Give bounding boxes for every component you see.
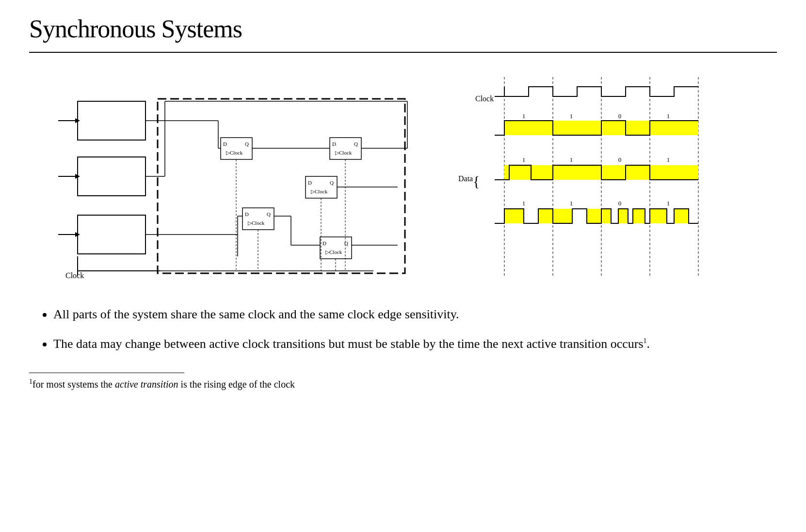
bullet-2-sup: 1 — [644, 337, 647, 344]
svg-text:D: D — [332, 141, 336, 147]
svg-rect-93 — [650, 209, 667, 223]
svg-rect-0 — [78, 101, 145, 140]
svg-text:{: { — [473, 173, 480, 189]
svg-rect-3 — [78, 157, 145, 196]
svg-text:1: 1 — [570, 112, 573, 120]
footnote-text1: for most systems the — [32, 379, 115, 390]
bullet-list: All parts of the system share the same c… — [39, 305, 777, 353]
footnote-text2: is the rising edge of the clock — [178, 379, 295, 390]
svg-rect-79 — [553, 165, 601, 180]
svg-rect-78 — [504, 165, 553, 180]
svg-text:1: 1 — [522, 156, 526, 163]
footnote: 1for most systems the active transition … — [29, 378, 777, 390]
svg-rect-69 — [553, 121, 601, 135]
bullet-1: All parts of the system share the same c… — [53, 305, 732, 324]
title-divider — [29, 52, 777, 53]
svg-text:▷Clock: ▷Clock — [248, 220, 265, 226]
svg-text:Q: Q — [267, 211, 271, 217]
svg-rect-86 — [504, 209, 524, 223]
svg-rect-88 — [553, 209, 572, 223]
svg-text:1: 1 — [522, 112, 526, 120]
svg-rect-89 — [587, 209, 601, 223]
footnote-divider — [29, 373, 184, 373]
svg-text:Q: Q — [245, 141, 249, 147]
svg-text:D: D — [245, 211, 249, 217]
footnote-em: active transition — [115, 379, 178, 390]
svg-text:1: 1 — [667, 112, 670, 120]
svg-text:Q: Q — [354, 141, 358, 147]
svg-text:▷Clock: ▷Clock — [311, 188, 328, 194]
svg-rect-68 — [504, 121, 553, 135]
svg-text:0: 0 — [618, 156, 622, 163]
svg-text:0: 0 — [618, 112, 622, 120]
svg-text:▷Clock: ▷Clock — [335, 150, 352, 156]
bullet-2-text1: The data may change between active clock… — [53, 337, 644, 351]
svg-rect-81 — [650, 165, 698, 180]
svg-rect-71 — [650, 121, 698, 135]
svg-text:1: 1 — [522, 200, 526, 207]
svg-text:1: 1 — [667, 200, 670, 207]
svg-text:D: D — [223, 141, 227, 147]
timing-diagram: Clock 1 1 0 1 Data { 1 1 0 — [446, 72, 727, 281]
svg-text:D: D — [308, 180, 312, 186]
svg-text:Q: Q — [344, 240, 348, 246]
diagram-section: Clock D Q ▷Clock D Q ▷Clock D Q ▷Clock — [29, 72, 777, 281]
svg-text:▷Clock: ▷Clock — [325, 249, 342, 255]
svg-rect-94 — [674, 209, 689, 223]
circuit-diagram: Clock D Q ▷Clock D Q ▷Clock D Q ▷Clock — [29, 72, 427, 281]
bullet-2: The data may change between active clock… — [53, 334, 732, 353]
svg-rect-87 — [538, 209, 553, 223]
svg-text:▷Clock: ▷Clock — [226, 150, 243, 156]
footnote-sup: 1 — [29, 378, 32, 385]
svg-text:Clock: Clock — [65, 271, 84, 280]
svg-rect-12 — [158, 99, 405, 273]
svg-rect-6 — [78, 215, 145, 254]
svg-text:Q: Q — [330, 180, 334, 186]
svg-rect-91 — [618, 209, 628, 223]
svg-text:Data: Data — [458, 174, 473, 183]
svg-rect-90 — [601, 209, 611, 223]
svg-text:1: 1 — [570, 200, 573, 207]
svg-rect-92 — [633, 209, 645, 223]
svg-text:Clock: Clock — [475, 94, 494, 103]
svg-text:1: 1 — [667, 156, 670, 163]
page-title: Synchronous Systems — [29, 15, 777, 43]
svg-text:D: D — [322, 240, 326, 246]
svg-text:0: 0 — [618, 200, 622, 207]
svg-text:1: 1 — [570, 156, 573, 163]
bullet-2-text2: . — [647, 337, 650, 351]
